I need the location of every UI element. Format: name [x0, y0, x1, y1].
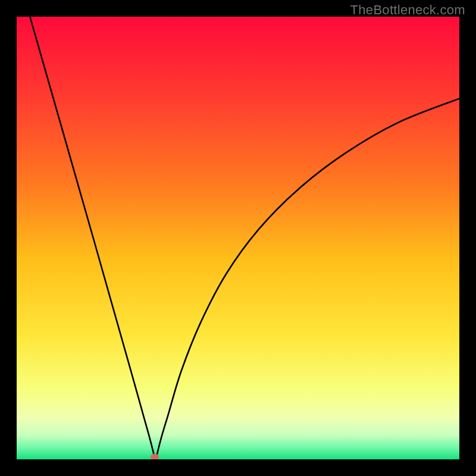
watermark-text: TheBottleneck.com	[350, 2, 465, 18]
bottleneck-chart	[17, 17, 459, 459]
gradient-background	[17, 17, 459, 459]
plot-area	[17, 17, 459, 459]
chart-frame: TheBottleneck.com	[0, 0, 476, 476]
